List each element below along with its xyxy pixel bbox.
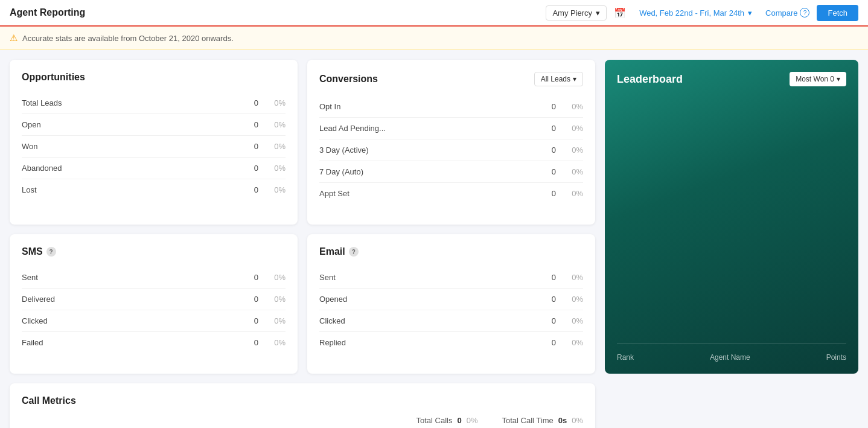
alert-text: Accurate stats are available from Octobe… [22,34,234,43]
conversions-rows: Opt In 0 0% Lead Ad Pending... 0 0% 3 Da… [319,96,583,204]
metric-value: 0 [228,295,258,304]
metric-pct: 0% [556,316,583,325]
metric-label: Failed [22,338,228,347]
list-item: 3 Day (Active) 0 0% [319,139,583,161]
metric-value: 0 [228,273,258,282]
leaderboard-agent-col: Agent Name [710,353,750,362]
date-chevron-icon [748,8,752,18]
metric-pct: 0% [258,142,286,151]
date-range-text: Wed, Feb 22nd - Fri, Mar 24th [639,8,744,18]
metric-pct: 0% [258,164,286,173]
list-item: Lost 0 0% [22,179,286,200]
email-title: Email [319,246,345,257]
call-metrics-card: Call Metrics Total Calls 0 0% Total Call… [10,383,595,428]
alert-bar: ⚠ Accurate stats are available from Octo… [0,27,868,50]
metric-label: Abandoned [22,164,228,173]
sms-title: SMS [22,246,43,257]
conversions-title: Conversions [319,74,378,85]
metric-label: Replied [319,338,526,347]
metric-pct: 0% [258,273,286,282]
leaderboard-footer: Rank Agent Name Points [617,343,846,362]
metric-value: 0 [228,164,258,173]
leaderboard-filter-label: Most Won 0 [796,75,834,83]
list-item: Total Leads 0 0% [22,92,286,114]
agent-chevron-icon [596,8,600,18]
total-calls-value: 0 [457,416,461,425]
metric-label: Opened [319,295,526,304]
email-rows: Sent 0 0% Opened 0 0% Clicked 0 0% Repli… [319,267,583,353]
leaderboard-header: Leaderboard Most Won 0 [617,72,846,86]
metric-label: Delivered [22,295,228,304]
metric-value: 0 [526,189,556,198]
leaderboard-title: Leaderboard [617,73,683,86]
opportunities-title: Opportunities [22,72,286,83]
email-help-icon[interactable]: ? [349,247,359,257]
date-range-selector[interactable]: Wed, Feb 22nd - Fri, Mar 24th [633,6,758,20]
metric-label: Sent [319,273,526,282]
help-circle-icon: ? [800,8,809,18]
metric-pct: 0% [258,316,286,325]
conversions-header: Conversions All Leads [319,72,583,86]
calendar-icon: 📅 [614,7,626,19]
sms-card: SMS ? Sent 0 0% Delivered 0 0% Clicked 0… [10,234,298,374]
leaderboard-filter-dropdown[interactable]: Most Won 0 [790,72,846,86]
metric-label: Opt In [319,102,526,111]
list-item: Appt Set 0 0% [319,183,583,204]
sms-title-row: SMS ? [22,246,286,257]
metric-pct: 0% [556,338,583,347]
metric-label: Appt Set [319,189,526,198]
sms-help-icon[interactable]: ? [46,247,56,257]
total-call-time-item: Total Call Time 0s 0% [502,416,583,425]
sms-rows: Sent 0 0% Delivered 0 0% Clicked 0 0% Fa… [22,267,286,353]
main-content: Opportunities Total Leads 0 0% Open 0 0%… [0,50,868,428]
fetch-button[interactable]: Fetch [817,5,858,21]
metric-label: Won [22,142,228,151]
agent-selector[interactable]: Amy Piercy [546,5,607,21]
metric-pct: 0% [556,295,583,304]
metric-label: 3 Day (Active) [319,145,526,155]
list-item: Clicked 0 0% [319,310,583,332]
metric-value: 0 [526,102,556,111]
metric-value: 0 [526,167,556,176]
total-call-time-pct: 0% [572,416,583,425]
metric-value: 0 [526,124,556,133]
conversions-chevron-icon [573,75,576,83]
conversions-filter-dropdown[interactable]: All Leads [534,72,583,86]
email-title-row: Email ? [319,246,583,257]
metric-pct: 0% [258,295,286,304]
metric-value: 0 [228,338,258,347]
metric-pct: 0% [258,185,286,194]
metric-value: 0 [526,273,556,282]
metric-pct: 0% [556,189,583,198]
metric-value: 0 [526,295,556,304]
email-card: Email ? Sent 0 0% Opened 0 0% Clicked 0 … [307,234,595,374]
conversions-filter-label: All Leads [541,75,570,83]
metric-value: 0 [526,316,556,325]
page-title: Agent Reporting [10,7,538,18]
total-calls-pct: 0% [467,416,478,425]
metric-value: 0 [228,185,258,194]
metric-pct: 0% [556,124,583,133]
list-item: Sent 0 0% [319,267,583,289]
leaderboard-card: Leaderboard Most Won 0 Rank Agent Name P… [605,60,858,374]
metric-value: 0 [228,316,258,325]
metric-pct: 0% [556,102,583,111]
metric-value: 0 [228,120,258,129]
metric-label: 7 Day (Auto) [319,167,526,176]
leaderboard-rank-col: Rank [617,353,634,362]
total-call-time-label: Total Call Time [502,416,553,425]
total-call-time-value: 0s [558,416,567,425]
list-item: Opt In 0 0% [319,96,583,118]
list-item: Opened 0 0% [319,289,583,310]
metric-pct: 0% [556,273,583,282]
metric-value: 0 [526,338,556,347]
total-calls-label: Total Calls [416,416,452,425]
header: Agent Reporting Amy Piercy 📅 Wed, Feb 22… [0,0,868,27]
list-item: Replied 0 0% [319,332,583,353]
compare-button[interactable]: Compare ? [765,8,809,18]
agent-name: Amy Piercy [552,8,592,18]
list-item: Lead Ad Pending... 0 0% [319,118,583,139]
metric-label: Total Leads [22,98,228,107]
list-item: Won 0 0% [22,136,286,158]
list-item: Sent 0 0% [22,267,286,289]
